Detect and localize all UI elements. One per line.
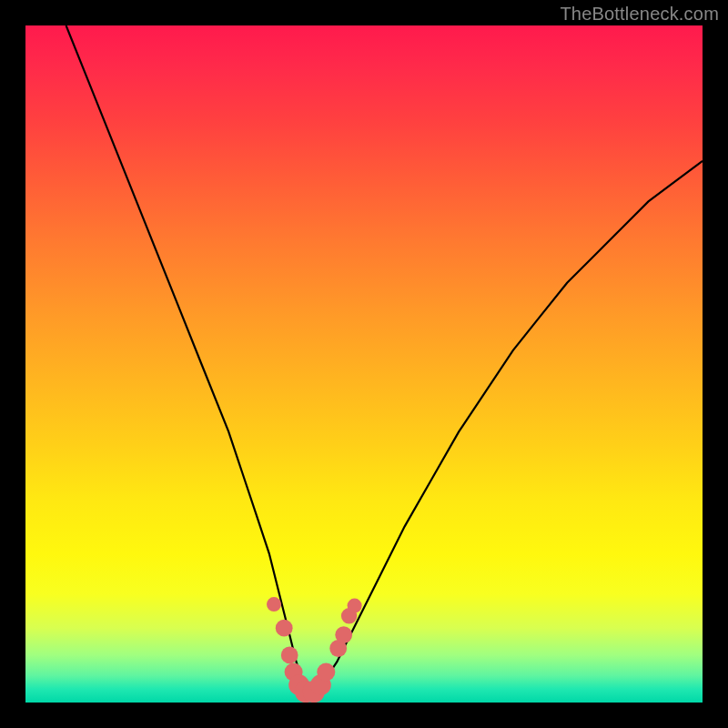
curve-marker bbox=[335, 626, 352, 643]
curve-marker bbox=[348, 599, 362, 613]
curve-marker bbox=[267, 597, 281, 612]
curve-marker bbox=[276, 620, 293, 637]
curve-marker bbox=[317, 663, 335, 682]
bottleneck-svg bbox=[25, 25, 703, 703]
curve-markers bbox=[267, 597, 362, 703]
plot-area bbox=[25, 25, 703, 703]
curve-marker bbox=[281, 647, 298, 664]
watermark-text: TheBottleneck.com bbox=[560, 4, 719, 25]
bottleneck-curve bbox=[66, 25, 703, 693]
chart-frame: TheBottleneck.com bbox=[0, 0, 728, 728]
